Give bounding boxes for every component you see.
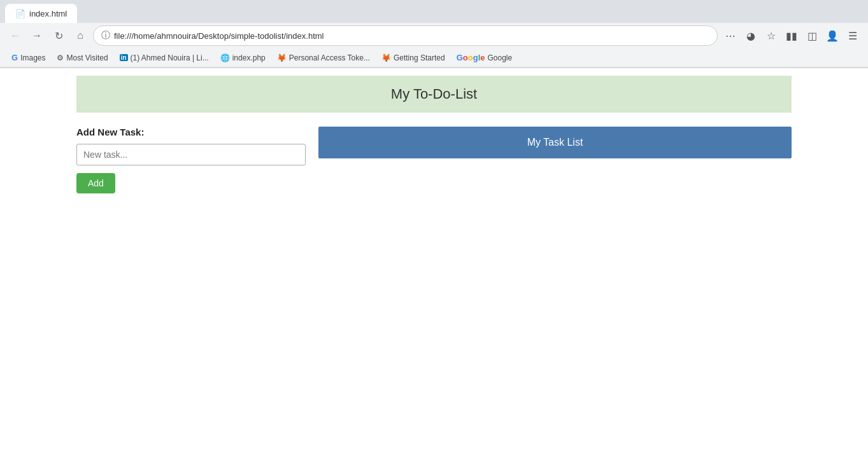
bookmark-google[interactable]: Google Google (452, 52, 518, 64)
bookmark-most-visited[interactable]: ⚙ Most Visited (52, 52, 113, 64)
firefox-icon-1: 🦊 (277, 53, 287, 62)
bookmark-getting-started-label: Getting Started (394, 53, 445, 62)
active-tab[interactable]: 📄 index.html (5, 4, 77, 23)
bookmark-index-php-label: index.php (232, 53, 266, 62)
bookmark-images[interactable]: G Images (6, 52, 50, 64)
page-title: My To-Do-List (76, 76, 792, 113)
task-list-header: My Task List (318, 127, 792, 158)
account-button[interactable]: 👤 (823, 27, 841, 45)
browser-chrome: 📄 index.html ← → ↻ ⌂ ⓘ ⋯ ◕ ☆ ▮▮ ◫ 👤 ☰ G … (0, 0, 868, 68)
pocket-button[interactable]: ◕ (742, 27, 760, 45)
more-options-button[interactable]: ⋯ (722, 27, 739, 45)
bookmark-index-php[interactable]: 🌐 index.php (215, 52, 271, 64)
bookmark-personal-access-label: Personal Access Toke... (289, 53, 370, 62)
tab-favicon: 📄 (15, 9, 25, 18)
right-panel: My Task List (318, 127, 792, 193)
page-body: Add New Task: Add My Task List (0, 120, 868, 200)
task-input[interactable] (76, 144, 306, 165)
left-panel: Add New Task: Add (76, 127, 306, 193)
gear-icon: ⚙ (57, 53, 64, 62)
bookmark-getting-started[interactable]: 🦊 Getting Started (376, 52, 450, 64)
reload-button[interactable]: ↻ (50, 27, 68, 45)
google-icon-2: Google (457, 53, 485, 62)
bookmark-most-visited-label: Most Visited (66, 53, 108, 62)
bookmark-linkedin[interactable]: in (1) Ahmed Nouira | Li... (115, 52, 214, 64)
info-icon: ⓘ (101, 30, 110, 41)
toolbar: ← → ↻ ⌂ ⓘ ⋯ ◕ ☆ ▮▮ ◫ 👤 ☰ (0, 23, 868, 48)
address-bar-wrapper: ⓘ (93, 25, 718, 46)
add-task-label: Add New Task: (76, 127, 306, 137)
menu-button[interactable]: ☰ (844, 27, 862, 45)
add-button[interactable]: Add (76, 173, 115, 193)
google-icon: G (11, 53, 18, 62)
home-button[interactable]: ⌂ (71, 27, 89, 45)
bookmark-button[interactable]: ☆ (762, 27, 780, 45)
tabs-button[interactable]: ◫ (803, 27, 821, 45)
tab-title: index.html (29, 9, 67, 18)
extensions-button[interactable]: ▮▮ (783, 27, 800, 45)
linkedin-icon: in (120, 54, 128, 61)
forward-button[interactable]: → (28, 27, 46, 45)
bookmark-google-label: Google (487, 53, 512, 62)
bookmarks-bar: G Images ⚙ Most Visited in (1) Ahmed Nou… (0, 48, 868, 67)
globe-icon: 🌐 (220, 53, 230, 62)
bookmark-linkedin-label: (1) Ahmed Nouira | Li... (131, 53, 209, 62)
firefox-icon-2: 🦊 (381, 53, 391, 62)
back-button[interactable]: ← (6, 27, 24, 45)
bookmark-images-label: Images (20, 53, 45, 62)
address-bar[interactable] (114, 31, 709, 41)
toolbar-right: ⋯ ◕ ☆ ▮▮ ◫ 👤 ☰ (722, 27, 862, 45)
page-content: My To-Do-List Add New Task: Add My Task … (0, 76, 868, 453)
tab-bar: 📄 index.html (0, 0, 868, 23)
bookmark-personal-access[interactable]: 🦊 Personal Access Toke... (272, 52, 375, 64)
